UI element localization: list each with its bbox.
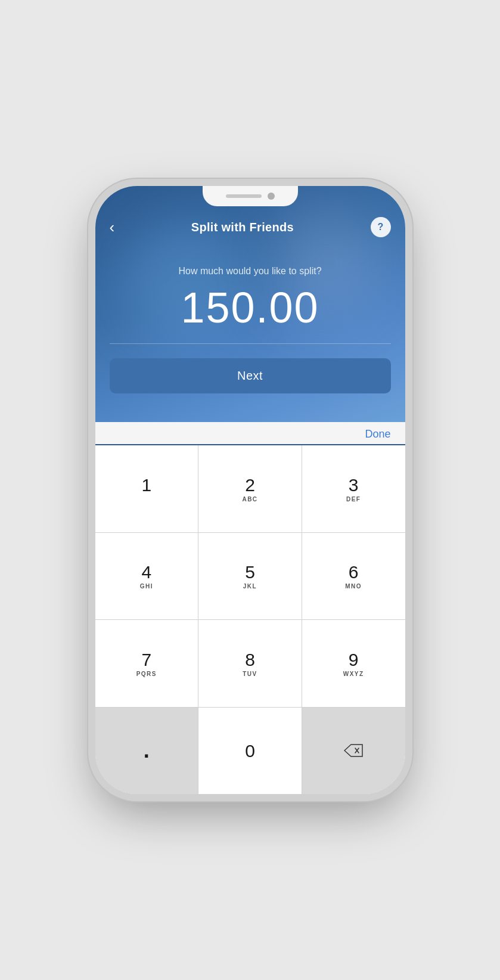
screen: ‹ Split with Friends ? How much would yo… (95, 186, 405, 794)
key-3-letters: DEF (346, 496, 361, 503)
keypad-row-1: 1 2 ABC 3 DEF (95, 445, 405, 532)
done-bar: Done (95, 422, 405, 445)
key-9[interactable]: 9 WXYZ (302, 620, 405, 707)
backspace-icon (344, 744, 363, 757)
app-top-section: ‹ Split with Friends ? How much would yo… (95, 186, 405, 422)
speaker (226, 194, 262, 198)
amount-section: How much would you like to split? 150.00… (95, 242, 405, 422)
key-4[interactable]: 4 GHI (95, 533, 198, 620)
key-1[interactable]: 1 (95, 445, 198, 532)
key-2-number: 2 (245, 475, 255, 495)
keypad-row-3: 7 PQRS 8 TUV 9 WXYZ (95, 620, 405, 707)
key-3-number: 3 (349, 475, 359, 495)
key-9-number: 9 (349, 650, 359, 669)
amount-value: 150.00 (110, 286, 391, 329)
key-6[interactable]: 6 MNO (302, 533, 405, 620)
key-dot-number: . (144, 739, 150, 762)
keyboard-area: Done 1 2 ABC 3 DEF (95, 422, 405, 794)
camera (268, 193, 275, 200)
keypad-row-2: 4 GHI 5 JKL 6 MNO (95, 533, 405, 620)
key-6-number: 6 (349, 562, 359, 582)
done-button[interactable]: Done (365, 428, 390, 441)
key-0-number: 0 (245, 741, 255, 761)
key-8-letters: TUV (243, 671, 257, 677)
key-5[interactable]: 5 JKL (198, 533, 302, 620)
key-8-number: 8 (245, 650, 255, 669)
key-7-number: 7 (141, 650, 151, 669)
key-backspace[interactable] (302, 708, 405, 795)
key-dot[interactable]: . (95, 708, 198, 795)
key-9-letters: WXYZ (343, 671, 364, 677)
key-0[interactable]: 0 (198, 708, 302, 795)
key-5-letters: JKL (243, 583, 257, 590)
notch (203, 186, 298, 206)
back-button[interactable]: ‹ (110, 219, 115, 235)
key-5-number: 5 (245, 562, 255, 582)
key-6-letters: MNO (345, 583, 362, 590)
key-3[interactable]: 3 DEF (302, 445, 405, 532)
key-1-letters (145, 496, 148, 503)
key-4-letters: GHI (140, 583, 153, 590)
key-2-letters: ABC (242, 496, 257, 503)
next-button[interactable]: Next (110, 358, 391, 393)
nav-bar: ‹ Split with Friends ? (95, 212, 405, 242)
help-icon: ? (378, 222, 384, 232)
key-1-number: 1 (141, 475, 151, 495)
key-7[interactable]: 7 PQRS (95, 620, 198, 707)
help-button[interactable]: ? (371, 217, 391, 237)
key-2[interactable]: 2 ABC (198, 445, 302, 532)
key-7-letters: PQRS (136, 671, 157, 677)
amount-label: How much would you like to split? (110, 266, 391, 277)
amount-divider (110, 343, 391, 344)
phone-frame: ‹ Split with Friends ? How much would yo… (95, 186, 405, 794)
key-8[interactable]: 8 TUV (198, 620, 302, 707)
keypad: 1 2 ABC 3 DEF 4 GHI (95, 445, 405, 794)
keypad-row-4: . 0 (95, 708, 405, 795)
key-4-number: 4 (141, 562, 151, 582)
nav-title: Split with Friends (191, 221, 294, 234)
